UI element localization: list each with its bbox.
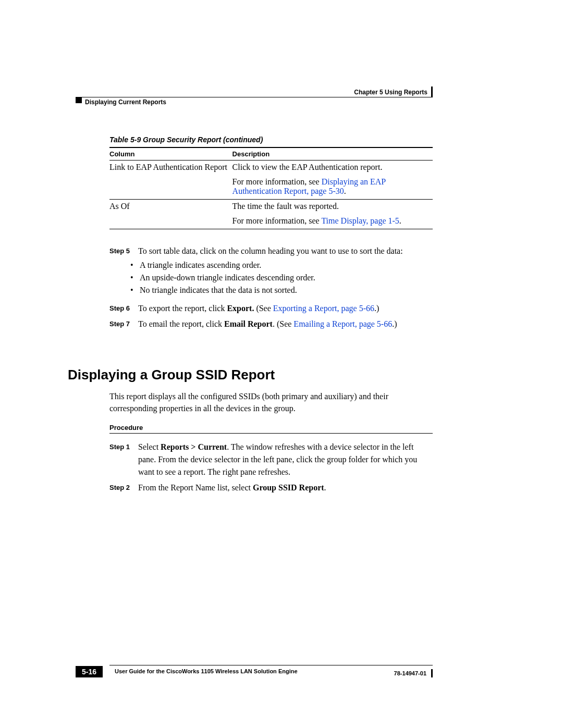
bullet-descending: An upside-down triangle indicates descen… xyxy=(130,273,433,282)
page-number: 5-16 xyxy=(76,666,103,677)
header-rule xyxy=(76,97,433,97)
step1-text: Select Reports > Current. The window ref… xyxy=(138,441,433,478)
bullet-ascending: A triangle indicates ascending order. xyxy=(130,261,433,270)
table-caption: Table 5-9 Group Security Report (continu… xyxy=(109,135,433,144)
cell-link-eap: Link to EAP Authentication Report xyxy=(109,161,232,200)
group-security-table: Column Description Link to EAP Authentic… xyxy=(109,147,433,229)
link-time-display[interactable]: Time Display, page 1-5 xyxy=(321,216,399,225)
bullet-unsorted: No triangle indicates that the data is n… xyxy=(130,286,433,295)
cell-eap-desc2: For more information, see Displaying an … xyxy=(232,175,433,200)
cell-asof: As Of xyxy=(109,200,232,229)
step2-text: From the Report Name list, select Group … xyxy=(138,482,433,494)
step1-label: Step 1 xyxy=(109,441,138,478)
chapter-header: Chapter 5 Using Reports xyxy=(354,89,427,96)
col-header-description: Description xyxy=(232,147,433,161)
footer-title: User Guide for the CiscoWorks 1105 Wirel… xyxy=(115,668,298,674)
header-divider-right xyxy=(431,87,433,97)
section-heading-group-ssid: Displaying a Group SSID Report xyxy=(68,367,433,383)
procedure-label: Procedure xyxy=(109,424,433,434)
header-block-icon xyxy=(76,97,82,103)
step6-label: Step 6 xyxy=(109,302,138,315)
footer-divider-right xyxy=(431,669,433,677)
link-emailing-report[interactable]: Emailing a Report, page 5-66 xyxy=(293,319,392,328)
cell-asof-desc1: The time the fault was reported. xyxy=(232,200,433,215)
step2-label: Step 2 xyxy=(109,482,138,494)
col-header-column: Column xyxy=(109,147,232,161)
step7-label: Step 7 xyxy=(109,318,138,330)
link-exporting-report[interactable]: Exporting a Report, page 5-66 xyxy=(273,304,374,313)
step5-text: To sort table data, click on the column … xyxy=(138,245,433,257)
section-header: Displaying Current Reports xyxy=(85,98,166,106)
section-intro: This report displays all the configured … xyxy=(109,390,433,414)
footer-rule xyxy=(109,665,433,665)
step5-bullets: A triangle indicates ascending order. An… xyxy=(109,261,433,295)
step5-label: Step 5 xyxy=(109,245,138,257)
doc-id: 78-14947-01 xyxy=(394,670,426,676)
step7-text: To email the report, click Email Report.… xyxy=(138,318,433,330)
step6-text: To export the report, click Export. (See… xyxy=(138,302,433,315)
cell-eap-desc1: Click to view the EAP Authentication rep… xyxy=(232,161,433,176)
cell-asof-desc2: For more information, see Time Display, … xyxy=(232,214,433,229)
